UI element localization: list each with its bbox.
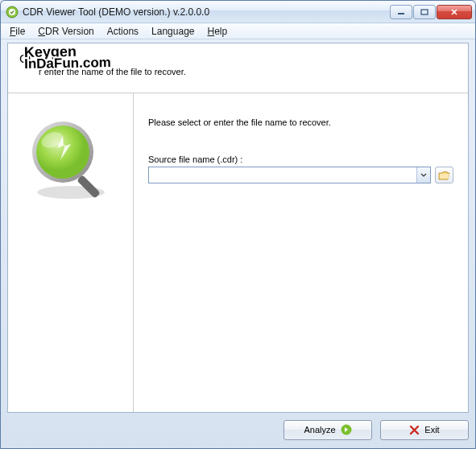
source-file-combo[interactable] [148, 167, 431, 183]
browse-button[interactable] [435, 167, 453, 183]
menu-cdr-version[interactable]: CDR Version [32, 24, 99, 39]
app-window: CDR Viewer Tool (DEMO version.) v.2.0.0.… [0, 0, 476, 449]
wizard-body: Please select or enter the file name to … [8, 93, 468, 412]
wizard-form-pane: Please select or enter the file name to … [134, 93, 468, 412]
maximize-icon [420, 9, 428, 15]
source-file-row [148, 167, 453, 183]
svg-rect-3 [421, 10, 428, 14]
combo-dropdown-button[interactable] [416, 167, 430, 183]
source-file-input[interactable] [149, 167, 416, 183]
menubar: File CDR Version Actions Language Help [1, 23, 475, 39]
menu-language[interactable]: Language [146, 24, 200, 39]
close-icon [450, 9, 458, 15]
titlebar[interactable]: CDR Viewer Tool (DEMO version.) v.2.0.0.… [1, 1, 475, 23]
wizard-title: CL [19, 51, 457, 65]
svg-point-7 [36, 126, 89, 179]
window-controls [390, 5, 472, 19]
close-button[interactable] [437, 5, 472, 19]
svg-rect-2 [398, 13, 404, 14]
magnifier-icon [27, 116, 115, 207]
wizard-subtitle: r enter the name of the file to recover. [19, 67, 457, 76]
menu-actions[interactable]: Actions [101, 24, 144, 39]
chevron-down-icon [420, 173, 427, 178]
x-icon [409, 425, 420, 435]
wizard-header: CL r enter the name of the file to recov… [8, 43, 468, 93]
menu-help[interactable]: Help [201, 24, 233, 39]
app-icon [6, 6, 19, 19]
minimize-button[interactable] [390, 5, 412, 19]
analyze-label: Analyze [304, 425, 335, 435]
folder-open-icon [438, 170, 451, 181]
exit-label: Exit [424, 425, 439, 435]
maximize-button[interactable] [413, 5, 436, 19]
footer-buttons: Analyze Exit [7, 418, 469, 442]
client-area: CL r enter the name of the file to recov… [7, 43, 469, 413]
minimize-icon [397, 9, 405, 15]
window-title: CDR Viewer Tool (DEMO version.) v.2.0.0.… [23, 6, 390, 18]
exit-button[interactable]: Exit [380, 420, 469, 440]
instruction-text: Please select or enter the file name to … [148, 117, 453, 127]
wizard-image-pane [8, 93, 134, 412]
analyze-button[interactable]: Analyze [284, 420, 372, 440]
menu-file[interactable]: File [4, 24, 31, 39]
arrow-right-icon [341, 424, 352, 435]
source-file-label: Source file name (.cdr) : [148, 154, 453, 164]
